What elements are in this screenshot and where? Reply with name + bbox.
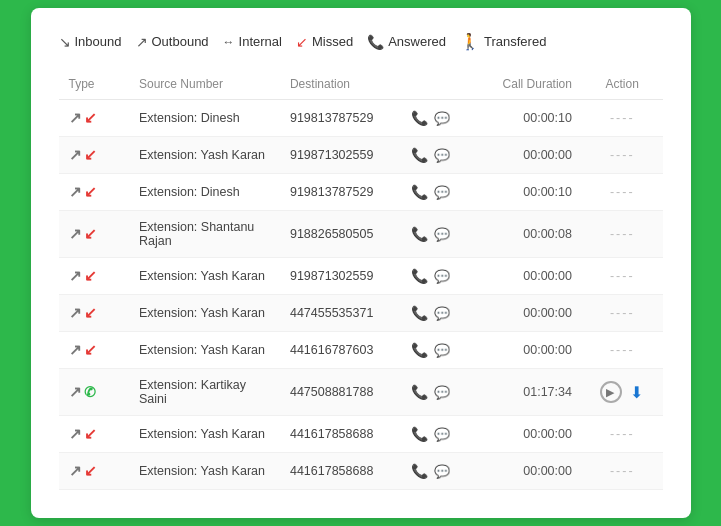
- message-icon[interactable]: 💬: [434, 306, 450, 321]
- source-cell: Extension: Yash Karan: [129, 416, 280, 453]
- source-cell: Extension: Kartikay Saini: [129, 369, 280, 416]
- message-icon[interactable]: 💬: [434, 464, 450, 479]
- destination-icons-cell[interactable]: 📞💬: [401, 295, 461, 332]
- missed-arrow-icon: ↙: [84, 146, 97, 164]
- destination-cell: 919871302559: [280, 258, 401, 295]
- duration-cell: 00:00:00: [461, 416, 582, 453]
- download-button[interactable]: ⬇: [630, 383, 645, 402]
- call-icon[interactable]: 📞: [411, 342, 428, 358]
- duration-cell: 00:00:00: [461, 295, 582, 332]
- source-cell: Extension: Yash Karan: [129, 295, 280, 332]
- destination-icons-cell[interactable]: 📞💬: [401, 137, 461, 174]
- message-icon[interactable]: 💬: [434, 111, 450, 126]
- table-row: ↗↙Extension: Yash Karan441617858688📞💬00:…: [59, 416, 663, 453]
- message-icon[interactable]: 💬: [434, 185, 450, 200]
- call-icon[interactable]: 📞: [411, 305, 428, 321]
- action-cell: ----: [582, 137, 663, 174]
- message-icon[interactable]: 💬: [434, 343, 450, 358]
- outbound-arrow-icon: ↗: [69, 183, 82, 201]
- transferred-icon: 🚶: [460, 32, 480, 51]
- table-row: ↗↙Extension: Yash Karan447455535371📞💬00:…: [59, 295, 663, 332]
- action-cell: ----: [582, 332, 663, 369]
- call-icon[interactable]: 📞: [411, 384, 428, 400]
- play-button[interactable]: ▶: [600, 381, 622, 403]
- destination-icons-cell[interactable]: 📞💬: [401, 416, 461, 453]
- outbound-arrow-icon: ↗: [69, 109, 82, 127]
- call-icon[interactable]: 📞: [411, 147, 428, 163]
- legend-bar: ↘ Inbound ↗ Outbound ↔ Internal ↙ Missed…: [59, 32, 663, 51]
- destination-icons-cell[interactable]: 📞💬: [401, 258, 461, 295]
- type-cell: ↗↙: [59, 100, 129, 137]
- col-header-action: Action: [582, 69, 663, 100]
- call-icon[interactable]: 📞: [411, 268, 428, 284]
- col-header-type: Type: [59, 69, 129, 100]
- destination-cell: 447455535371: [280, 295, 401, 332]
- col-header-source: Source Number: [129, 69, 280, 100]
- call-icon[interactable]: 📞: [411, 226, 428, 242]
- outbound-arrow-icon: ↗: [69, 304, 82, 322]
- col-header-icons: [401, 69, 461, 100]
- duration-cell: 00:00:00: [461, 258, 582, 295]
- type-cell: ↗✆: [59, 369, 129, 416]
- call-icon[interactable]: 📞: [411, 426, 428, 442]
- missed-arrow-icon: ↙: [84, 462, 97, 480]
- destination-icons-cell[interactable]: 📞💬: [401, 100, 461, 137]
- call-icon[interactable]: 📞: [411, 110, 428, 126]
- legend-inbound: ↘ Inbound: [59, 34, 122, 50]
- table-row: ↗↙Extension: Yash Karan441616787603📞💬00:…: [59, 332, 663, 369]
- outbound-arrow-icon: ↗: [69, 341, 82, 359]
- duration-cell: 00:00:10: [461, 174, 582, 211]
- destination-icons-cell[interactable]: 📞💬: [401, 174, 461, 211]
- message-icon[interactable]: 💬: [434, 269, 450, 284]
- inbound-icon: ↘: [59, 34, 71, 50]
- source-cell: Extension: Yash Karan: [129, 453, 280, 490]
- outbound-icon: ↗: [136, 34, 148, 50]
- table-row: ↗↙Extension: Shantanu Rajan918826580505📞…: [59, 211, 663, 258]
- outbound-arrow-icon: ↗: [69, 425, 82, 443]
- message-icon[interactable]: 💬: [434, 427, 450, 442]
- legend-internal-label: Internal: [239, 34, 282, 49]
- destination-icons-cell[interactable]: 📞💬: [401, 369, 461, 416]
- outbound-arrow-icon: ↗: [69, 146, 82, 164]
- calls-table: Type Source Number Destination Call Dura…: [59, 69, 663, 490]
- type-cell: ↗↙: [59, 453, 129, 490]
- outbound-arrow-icon: ↗: [69, 383, 82, 401]
- source-cell: Extension: Dinesh: [129, 174, 280, 211]
- legend-missed-label: Missed: [312, 34, 353, 49]
- call-icon[interactable]: 📞: [411, 184, 428, 200]
- duration-cell: 00:00:00: [461, 332, 582, 369]
- destination-cell: 919813787529: [280, 174, 401, 211]
- action-cell: ----: [582, 295, 663, 332]
- message-icon[interactable]: 💬: [434, 385, 450, 400]
- legend-answered: 📞 Answered: [367, 34, 446, 50]
- duration-cell: 00:00:00: [461, 453, 582, 490]
- call-icon[interactable]: 📞: [411, 463, 428, 479]
- source-cell: Extension: Dinesh: [129, 100, 280, 137]
- table-row: ↗↙Extension: Dinesh919813787529📞💬00:00:1…: [59, 100, 663, 137]
- source-cell: Extension: Yash Karan: [129, 332, 280, 369]
- destination-icons-cell[interactable]: 📞💬: [401, 332, 461, 369]
- legend-outbound: ↗ Outbound: [136, 34, 209, 50]
- destination-cell: 441617858688: [280, 453, 401, 490]
- legend-internal: ↔ Internal: [223, 34, 282, 49]
- message-icon[interactable]: 💬: [434, 148, 450, 163]
- duration-cell: 00:00:10: [461, 100, 582, 137]
- outbound-arrow-icon: ↗: [69, 225, 82, 243]
- missed-arrow-icon: ↙: [84, 341, 97, 359]
- destination-icons-cell[interactable]: 📞💬: [401, 453, 461, 490]
- outbound-arrow-icon: ↗: [69, 462, 82, 480]
- missed-icon: ↙: [296, 34, 308, 50]
- type-cell: ↗↙: [59, 174, 129, 211]
- legend-transferred-label: Transfered: [484, 34, 546, 49]
- duration-cell: 00:00:00: [461, 137, 582, 174]
- main-card: ↘ Inbound ↗ Outbound ↔ Internal ↙ Missed…: [31, 8, 691, 518]
- type-cell: ↗↙: [59, 416, 129, 453]
- message-icon[interactable]: 💬: [434, 227, 450, 242]
- col-header-duration: Call Duration: [461, 69, 582, 100]
- destination-icons-cell[interactable]: 📞💬: [401, 211, 461, 258]
- action-cell: ----: [582, 258, 663, 295]
- destination-cell: 441616787603: [280, 332, 401, 369]
- outbound-arrow-icon: ↗: [69, 267, 82, 285]
- action-cell: ----: [582, 174, 663, 211]
- action-cell[interactable]: ▶⬇: [582, 369, 663, 416]
